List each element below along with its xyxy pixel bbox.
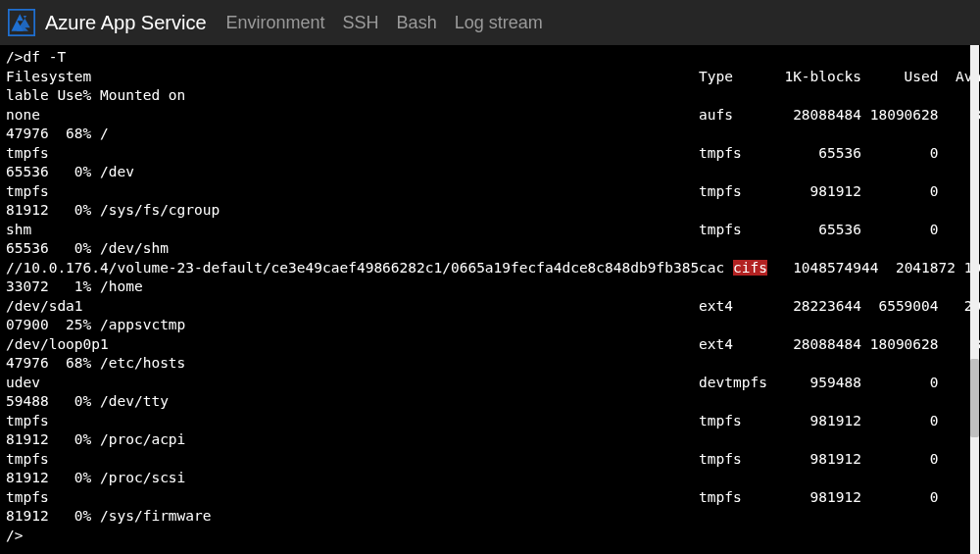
terminal-line: />df -T <box>6 49 66 65</box>
terminal-line: 47976 68% /etc/hosts <box>6 355 185 371</box>
terminal-line: udev devtmpfs 959488 0 9 <box>6 375 980 390</box>
terminal-line: shm tmpfs 65536 0 <box>6 222 939 237</box>
terminal-line: tmpfs tmpfs 981912 0 9 <box>6 413 980 428</box>
terminal-line: 59488 0% /dev/tty <box>6 393 169 409</box>
highlight-cifs: cifs <box>733 260 767 276</box>
terminal-line: tmpfs tmpfs 65536 0 <box>6 145 939 161</box>
terminal-line: none aufs 28088484 18090628 85 <box>6 107 980 123</box>
scrollbar-thumb[interactable] <box>970 359 979 437</box>
terminal-line: lable Use% Mounted on <box>6 87 185 103</box>
terminal-line: tmpfs tmpfs 981912 0 9 <box>6 489 980 505</box>
terminal-line: 81912 0% /proc/scsi <box>6 470 185 485</box>
brand-title: Azure App Service <box>45 12 207 34</box>
nav-logstream[interactable]: Log stream <box>455 13 543 33</box>
terminal-pane[interactable]: />df -T Filesystem Type 1K-blocks Used A… <box>0 45 980 554</box>
terminal-output: />df -T Filesystem Type 1K-blocks Used A… <box>0 45 980 545</box>
brand: Azure App Service <box>8 9 207 36</box>
terminal-line: 65536 0% /dev <box>6 164 134 179</box>
terminal-line: Filesystem Type 1K-blocks Used Avai <box>6 69 980 84</box>
terminal-line: 47976 68% / <box>6 126 109 141</box>
navbar: Azure App Service Environment SSH Bash L… <box>0 0 980 45</box>
terminal-line: 81912 0% /sys/firmware <box>6 508 212 524</box>
terminal-line: 33072 1% /home <box>6 278 143 294</box>
terminal-line: //10.0.176.4/volume-23-default/ce3e49cae… <box>6 260 980 276</box>
nav-ssh[interactable]: SSH <box>343 13 379 33</box>
nav-bash[interactable]: Bash <box>397 13 437 33</box>
terminal-line: /dev/loop0p1 ext4 28088484 18090628 85 <box>6 336 980 352</box>
terminal-line: /> <box>6 528 23 543</box>
nav-links: Environment SSH Bash Log stream <box>226 13 543 33</box>
svg-rect-0 <box>9 10 34 35</box>
terminal-line: 81912 0% /proc/acpi <box>6 431 185 447</box>
terminal-line: 81912 0% /sys/fs/cgroup <box>6 202 220 218</box>
azure-logo-icon <box>8 9 35 36</box>
nav-environment[interactable]: Environment <box>226 13 325 33</box>
terminal-line: /dev/sda1 ext4 28223644 6559004 202 <box>6 298 980 314</box>
scrollbar-track[interactable] <box>970 45 979 554</box>
terminal-line: tmpfs tmpfs 981912 0 9 <box>6 451 980 467</box>
terminal-line: tmpfs tmpfs 981912 0 9 <box>6 183 980 199</box>
terminal-line: 07900 25% /appsvctmp <box>6 317 185 332</box>
terminal-line: 65536 0% /dev/shm <box>6 240 169 256</box>
